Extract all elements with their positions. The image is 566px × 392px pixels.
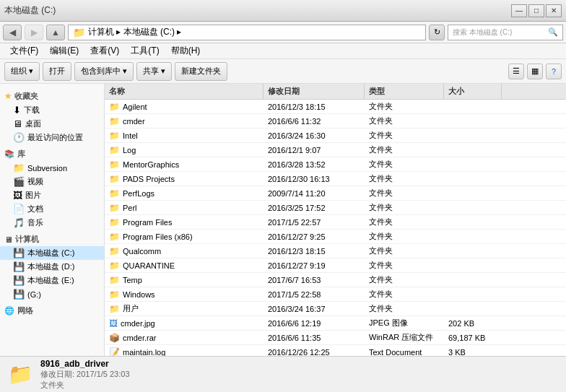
table-row[interactable]: 📝 maintain.log 2016/12/26 12:25 Text Doc… xyxy=(105,345,566,356)
file-type-cell: 文件夹 xyxy=(365,215,444,229)
new-folder-button[interactable]: 新建文件夹 xyxy=(175,62,227,81)
favorites-label: 收藏夹 xyxy=(14,91,38,102)
forward-button[interactable]: ▶ xyxy=(25,25,43,40)
minimize-button[interactable]: — xyxy=(511,4,527,17)
help-button[interactable]: ? xyxy=(546,64,562,79)
file-date-cell: 2016/12/27 9:19 xyxy=(264,258,365,272)
file-size-cell xyxy=(444,186,502,200)
up-button[interactable]: ▲ xyxy=(46,25,65,40)
view-toggle-button[interactable]: ☰ xyxy=(508,64,524,79)
table-row[interactable]: 📁 QUARANTINE 2016/12/27 9:19 文件夹 xyxy=(105,258,566,273)
table-row[interactable]: 📁 PADS Projects 2016/12/30 16:13 文件夹 xyxy=(105,172,566,186)
table-row[interactable]: 📁 Temp 2017/6/7 16:53 文件夹 xyxy=(105,273,566,287)
menu-help[interactable]: 帮助(H) xyxy=(165,43,206,58)
sidebar-item-label: 本地磁盘 (C:) xyxy=(27,248,74,258)
menu-view[interactable]: 查看(V) xyxy=(84,43,125,58)
table-row[interactable]: 📁 Program Files (x86) 2016/12/27 9:25 文件… xyxy=(105,230,566,244)
file-type-cell: 文件夹 xyxy=(365,258,444,272)
col-header-date[interactable]: 修改日期 xyxy=(264,84,365,99)
title-text: 本地磁盘 (C:) xyxy=(4,4,511,17)
refresh-button[interactable]: ↻ xyxy=(429,25,445,40)
folder-icon: 📁 xyxy=(109,203,120,213)
sidebar-item-label: (G:) xyxy=(27,290,41,299)
table-row[interactable]: 📁 Agilent 2016/12/3 18:15 文件夹 xyxy=(105,100,566,114)
menu-tools[interactable]: 工具(T) xyxy=(125,43,165,58)
computer-label: 计算机 xyxy=(15,234,39,245)
table-row[interactable]: 📁 Log 2016/12/1 9:07 文件夹 xyxy=(105,143,566,157)
maximize-button[interactable]: □ xyxy=(528,4,544,17)
file-name-cell: 📦 cmder.rar xyxy=(105,331,264,344)
address-field[interactable]: 📁 计算机 ▸ 本地磁盘 (C:) ▸ xyxy=(68,25,426,40)
file-size-cell xyxy=(444,157,502,171)
file-size-cell xyxy=(444,273,502,287)
col-header-size[interactable]: 大小 xyxy=(444,84,502,99)
table-row[interactable]: 📁 PerfLogs 2009/7/14 11:20 文件夹 xyxy=(105,186,566,201)
table-row[interactable]: 📁 cmder 2016/6/6 11:32 文件夹 xyxy=(105,114,566,129)
sidebar-item-subversion[interactable]: 📁 Subversion xyxy=(0,161,104,175)
share-button[interactable]: 共享 ▾ xyxy=(136,62,172,81)
table-row[interactable]: 📁 MentorGraphics 2016/3/28 13:52 文件夹 xyxy=(105,157,566,172)
library-icon: 📚 xyxy=(4,149,14,159)
sidebar-item-video[interactable]: 🎬 视频 xyxy=(0,175,104,188)
library-label: 库 xyxy=(17,149,25,160)
sidebar-item-drive-e[interactable]: 💾 本地磁盘 (E:) xyxy=(0,274,104,287)
sidebar-item-recent[interactable]: 🕐 最近访问的位置 xyxy=(0,131,104,144)
menu-file[interactable]: 文件(F) xyxy=(4,43,44,58)
table-row[interactable]: 📁 Program Files 2017/1/5 22:57 文件夹 xyxy=(105,215,566,230)
table-row[interactable]: 🖼 cmder.jpg 2016/6/6 12:19 JPEG 图像 202 K… xyxy=(105,316,566,331)
file-size-cell: 3 KB xyxy=(444,345,502,356)
favorites-section: ★ 收藏夹 ⬇ 下载 🖥 桌面 🕐 最近访问的位置 xyxy=(0,90,104,144)
search-field[interactable]: 搜索 本地磁盘 (C:) 🔍 xyxy=(448,25,563,40)
table-row[interactable]: 📁 Qualcomm 2016/12/3 18:15 文件夹 xyxy=(105,244,566,258)
sidebar-item-documents[interactable]: 📄 文档 xyxy=(0,202,104,216)
file-size-cell xyxy=(444,114,502,128)
back-button[interactable]: ◀ xyxy=(3,25,22,40)
file-name-cell: 📁 Qualcomm xyxy=(105,244,264,258)
view-details-button[interactable]: ▦ xyxy=(527,64,543,79)
sidebar-item-download[interactable]: ⬇ 下载 xyxy=(0,103,104,117)
file-date-cell: 2016/6/6 12:19 xyxy=(264,316,365,330)
table-row[interactable]: 📦 cmder.rar 2016/6/6 11:35 WinRAR 压缩文件 6… xyxy=(105,331,566,345)
file-date-cell: 2017/6/7 16:53 xyxy=(264,273,365,287)
network-label: 网络 xyxy=(17,305,33,316)
menu-edit[interactable]: 编辑(E) xyxy=(44,43,84,58)
status-detail: 修改日期: 2017/1/5 23:03 xyxy=(40,369,130,380)
file-date-cell: 2016/3/24 16:30 xyxy=(264,129,365,142)
file-name: 用户 xyxy=(123,303,139,314)
sidebar-item-drive-g[interactable]: 💾 (G:) xyxy=(0,287,104,301)
include-in-library-button[interactable]: 包含到库中 ▾ xyxy=(74,62,134,81)
file-list: 名称 修改日期 类型 大小 📁 Agilent 2016/12/3 18:15 … xyxy=(105,84,566,356)
col-header-name[interactable]: 名称 xyxy=(105,84,264,99)
sidebar-item-drive-d[interactable]: 💾 本地磁盘 (D:) xyxy=(0,260,104,274)
sidebar-item-drive-c[interactable]: 💾 本地磁盘 (C:) xyxy=(0,246,104,260)
file-type-cell: 文件夹 xyxy=(365,129,444,142)
sidebar-item-pictures[interactable]: 🖼 图片 xyxy=(0,188,104,202)
table-row[interactable]: 📁 Windows 2017/1/5 22:58 文件夹 xyxy=(105,287,566,302)
file-date-cell: 2016/3/25 17:52 xyxy=(264,201,365,214)
table-row[interactable]: 📁 Perl 2016/3/25 17:52 文件夹 xyxy=(105,201,566,215)
table-row[interactable]: 📁 Intel 2016/3/24 16:30 文件夹 xyxy=(105,129,566,143)
file-name-cell: 📁 Agilent xyxy=(105,100,264,113)
star-icon: ★ xyxy=(4,92,12,101)
open-button[interactable]: 打开 xyxy=(43,62,71,81)
table-row[interactable]: 📁 用户 2016/3/24 16:37 文件夹 xyxy=(105,302,566,316)
organize-button[interactable]: 组织 ▾ xyxy=(4,62,40,81)
file-size-cell xyxy=(444,172,502,186)
sidebar-item-desktop[interactable]: 🖥 桌面 xyxy=(0,117,104,131)
col-header-type[interactable]: 类型 xyxy=(365,84,444,99)
file-size-cell xyxy=(444,129,502,142)
folder-icon: 📁 xyxy=(109,145,120,155)
file-date-cell: 2016/12/3 18:15 xyxy=(264,100,365,113)
close-button[interactable]: ✕ xyxy=(546,4,562,17)
document-icon: 📄 xyxy=(13,204,25,214)
sidebar-item-music[interactable]: 🎵 音乐 xyxy=(0,216,104,230)
music-icon: 🎵 xyxy=(13,217,25,228)
file-type-cell: 文件夹 xyxy=(365,230,444,243)
search-icon: 🔍 xyxy=(548,27,558,37)
file-name: cmder.jpg xyxy=(121,319,155,328)
folder-icon: 📁 xyxy=(109,246,120,256)
file-size-cell xyxy=(444,100,502,113)
picture-icon: 🖼 xyxy=(13,190,22,201)
file-date-cell: 2017/1/5 22:58 xyxy=(264,287,365,301)
folder-icon: 📁 xyxy=(109,160,120,170)
